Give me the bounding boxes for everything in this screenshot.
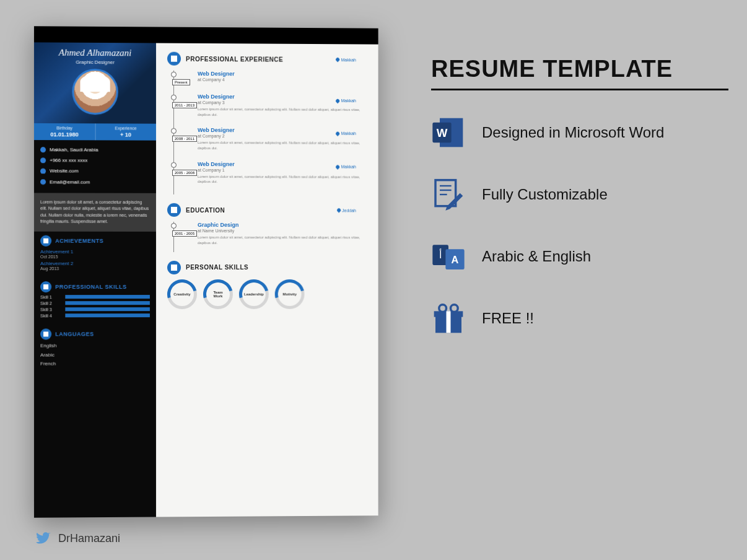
tools-icon [40,281,51,292]
globe-icon [40,328,51,339]
promo-panel: RESUME TEMPLATE W Designed in Microsoft … [431,56,728,363]
info-band: Birthday 01.01.1980 Experience + 10 [34,123,156,141]
feature-row: W Designed in Microsoft Word [431,115,728,150]
job-title: Web Designer [198,94,367,100]
feature-label: Arabic & English [482,248,591,265]
person-name: Ahmed Alhamazani [39,47,151,58]
contact-phone: +966 xx xxx xxxx [50,155,87,165]
svg-rect-13 [447,311,451,333]
twitter-username: DrHamazani [58,532,120,545]
pin-icon [335,57,340,62]
feature-row: Fully Customizable [431,177,728,212]
topbar [156,27,378,44]
skill-ring: Team Work [203,279,233,308]
timeline-entry: 2008 - 2011 Web Designer at Company 2 Lo… [174,127,367,161]
about-text: Lorem ipsum dolor sit amet, a consectetu… [34,193,156,231]
location-tag: Jeddah [337,208,356,212]
contact-block: Makkah, Saudi Arabia +966 xx xxx xxxx We… [34,140,156,193]
avatar [72,69,118,115]
company: at Company 2 [198,134,367,139]
gift-icon [431,301,466,336]
achievements-section: ACHIEVEMENTS Achievement 1 Oct 2015 Achi… [34,231,156,277]
timeline-dot [171,72,177,77]
timeline-entry: 2001 - 2005 Graphic Design at Name Unive… [174,222,367,252]
skill-rings: Creativity Team Work Leadership Motivity [167,279,367,308]
experience-cell: Experience + 10 [95,123,156,140]
prof-skills-title: PROFESSIONAL SKILLS [55,284,126,290]
prof-skills-section: PROFESSIONAL SKILLS Skill 1 Skill 2 Skil… [34,278,156,325]
achievement-date: Oct 2015 [40,255,150,259]
birthday-value: 01.01.1980 [38,131,91,138]
svg-text:W: W [437,126,448,139]
company: at Company 1 [198,168,367,173]
experience-label: Experience [99,126,152,130]
skill-ring: Creativity [167,279,197,309]
resume-sidebar: Ahmed Alhamazani Graphic Designer Birthd… [34,26,156,517]
timeline-entry: 2005 - 2008 Web Designer at Company 1 Lo… [174,161,367,195]
contact-email: Email@email.com [50,177,90,186]
phone-icon [40,157,46,163]
university: at Name University [198,229,367,233]
topbar [34,26,156,43]
personal-skills-title: PERSONAL SKILLS [186,264,248,271]
resume-main: PROFESSIONAL EXPERIENCE Makkah Present W… [156,27,378,517]
feature-label: Designed in Microsoft Word [482,124,664,141]
job-title: Web Designer [198,127,367,134]
job-desc: Lorem ipsum dolor sit amet, consectetur … [198,174,367,185]
briefcase-icon [167,52,181,66]
email-icon [40,179,46,185]
period-badge: 2011 - 2013 [172,102,197,108]
skill-name: Skill 1 [40,295,61,299]
svg-text:أ: أ [439,249,442,261]
language-icon: أA [431,239,466,274]
job-title: Web Designer [198,161,367,168]
period-badge: 2008 - 2011 [172,136,197,142]
skill-bar [65,295,150,299]
feature-row: FREE !! [431,301,728,336]
language-item: Arabic [40,351,150,359]
achievement-title: Achievement 2 [40,261,150,266]
skill-name: Skill 2 [40,301,61,305]
pin-icon [336,208,341,212]
timeline-dot [171,95,177,100]
feature-row: أA Arabic & English [431,239,728,274]
svg-point-15 [451,305,458,312]
location-icon [40,147,46,152]
contact-website: Website.com [50,167,78,176]
edu-desc: Lorem ipsum dolor sit amet, consectetur … [198,235,367,246]
achievement-date: Aug 2013 [40,266,150,271]
header-card: Ahmed Alhamazani Graphic Designer [34,42,156,123]
timeline-entry: Present Web Designer at Company 4 Makkah [174,71,367,94]
contact-location: Makkah, Saudi Arabia [50,145,98,154]
timeline-dot [171,128,177,134]
timeline-dot [171,162,177,168]
experience-value: + 10 [99,131,152,138]
achievement-title: Achievement 1 [40,249,150,255]
resume-mockup: Ahmed Alhamazani Graphic Designer Birthd… [34,26,378,517]
promo-title: RESUME TEMPLATE [431,56,728,90]
birthday-cell: Birthday 01.01.1980 [34,123,95,140]
person-icon [167,260,181,274]
location-tag: Makkah [336,58,356,62]
company: at Company 4 [198,77,367,82]
education-timeline: 2001 - 2005 Graphic Design at Name Unive… [173,222,367,252]
skill-bar [65,313,150,317]
word-icon: W [431,115,466,150]
language-item: French [40,361,150,369]
skill-name: Skill 4 [40,313,61,318]
skill-bar [65,307,150,311]
languages-title: LANGUAGES [55,331,94,337]
skill-bar [65,301,150,305]
experience-title: PROFESSIONAL EXPERIENCE [186,55,283,63]
edit-icon [431,177,466,212]
period-badge: Present [172,79,190,85]
trophy-icon [40,235,51,246]
timeline-dot [171,223,177,229]
education-title: EDUCATION [186,207,225,214]
degree-title: Graphic Design [198,222,367,228]
languages-section: LANGUAGES English Arabic French [34,325,156,374]
svg-point-14 [439,305,447,312]
twitter-handle: DrHamazani [35,530,120,546]
job-desc: Lorem ipsum dolor sit amet, consectetur … [198,107,367,118]
timeline-entry: 2011 - 2013 Web Designer at Company 3 Lo… [174,94,367,128]
